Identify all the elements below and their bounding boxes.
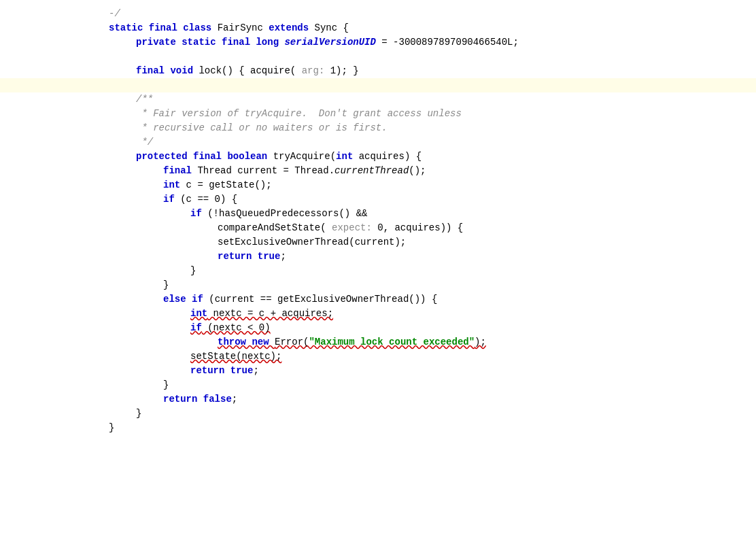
- code-text: (current == getExclusiveOwnerThread()) {: [203, 292, 437, 307]
- param-hint: expect:: [332, 221, 372, 235]
- code-text: 0, acquires)) {: [372, 221, 463, 235]
- code-content: -/ static final class FairSync extends S…: [0, 0, 756, 442]
- keyword: int: [336, 150, 353, 164]
- param-hint: arg:: [302, 64, 325, 78]
- code-text: FairSync: [218, 21, 269, 35]
- keyword: boolean: [227, 150, 273, 164]
- comment-text: * recursive call or no waiters or is fir…: [136, 121, 388, 135]
- code-text: c = getState();: [180, 178, 271, 192]
- code-line: }: [0, 378, 756, 392]
- code-line: return true;: [0, 250, 756, 264]
- code-line-squiggly: setState(nextc);: [0, 349, 756, 364]
- code-line: * recursive call or no waiters or is fir…: [0, 121, 756, 135]
- code-text: setState(nextc);: [190, 351, 281, 362]
- code-text: ();: [409, 164, 426, 178]
- code-text: nextc = c + acquires;: [207, 308, 333, 319]
- keyword: else: [163, 292, 192, 307]
- method-call: currentThread: [334, 164, 409, 178]
- code-text: }: [163, 278, 169, 292]
- keyword: new: [252, 337, 275, 347]
- code-line: private static final long serialVersionU…: [0, 35, 756, 50]
- code-line-squiggly: int nextc = c + acquires;: [0, 307, 756, 321]
- squiggly-underline: if (nextc < 0): [190, 321, 271, 335]
- code-editor: -/ static final class FairSync extends S…: [0, 0, 756, 548]
- code-line: final void lock() { acquire( arg: 1); }: [0, 64, 756, 78]
- keyword: throw: [218, 337, 252, 347]
- code-line: static final class FairSync extends Sync…: [0, 21, 756, 35]
- code-text: (nextc < 0): [202, 322, 271, 333]
- comment-text: -/: [109, 7, 120, 21]
- code-text: setExclusiveOwnerThread(current);: [218, 235, 406, 250]
- squiggly-underline: setState(nextc);: [190, 349, 281, 364]
- code-text: compareAndSetState(: [218, 221, 332, 235]
- keyword: int: [190, 308, 207, 319]
- code-text: = -3000897897090466540L;: [376, 35, 519, 50]
- code-line: final Thread current = Thread.currentThr…: [0, 164, 756, 178]
- code-text: ;: [280, 250, 286, 264]
- code-line: return false;: [0, 392, 756, 407]
- keyword: false: [203, 392, 232, 407]
- code-text: Thread current = Thread.: [197, 164, 334, 178]
- keyword: true: [258, 250, 281, 264]
- code-line: * Fair version of tryAcquire. Don't gran…: [0, 107, 756, 121]
- code-line: /**: [0, 92, 756, 107]
- code-text: );: [475, 337, 486, 347]
- code-text: ;: [253, 364, 258, 378]
- keyword: class: [183, 21, 217, 35]
- code-line: [0, 50, 756, 64]
- keyword: if: [190, 322, 202, 333]
- keyword: final: [193, 150, 227, 164]
- code-text: }: [190, 264, 196, 278]
- keyword: extends: [269, 21, 314, 35]
- code-line-squiggly: throw new Error("Maximum lock count exce…: [0, 335, 756, 349]
- code-text: acquires) {: [353, 150, 422, 164]
- keyword: if: [192, 292, 203, 307]
- comment-text: */: [136, 135, 153, 150]
- code-line: }: [0, 264, 756, 278]
- code-line: if (c == 0) {: [0, 192, 756, 207]
- string-literal: "Maximum lock count exceeded": [309, 337, 475, 347]
- code-line: }: [0, 278, 756, 292]
- code-line: if (!hasQueuedPredecessors() &&: [0, 207, 756, 221]
- keyword: final: [163, 164, 197, 178]
- keyword: protected: [136, 150, 193, 164]
- comment-text: /**: [136, 92, 153, 107]
- comment-text: * Fair version of tryAcquire. Don't gran…: [136, 107, 462, 121]
- code-line: }: [0, 407, 756, 421]
- code-line: int c = getState();: [0, 178, 756, 192]
- code-line: return true;: [0, 364, 756, 378]
- keyword: void: [170, 64, 199, 78]
- code-text: lock() { acquire(: [199, 64, 301, 78]
- keyword: static: [109, 21, 149, 35]
- code-line: compareAndSetState( expect: 0, acquires)…: [0, 221, 756, 235]
- code-text: 1); }: [324, 64, 358, 78]
- keyword: static: [182, 35, 222, 50]
- keyword: return: [163, 392, 203, 407]
- code-text: }: [136, 407, 141, 421]
- code-text: Sync {: [315, 21, 349, 35]
- keyword: if: [163, 192, 175, 207]
- keyword: if: [190, 207, 202, 221]
- code-text: }: [109, 421, 114, 435]
- code-text: (c == 0) {: [175, 192, 237, 207]
- code-text: Error(: [275, 337, 309, 347]
- keyword: int: [163, 178, 180, 192]
- keyword: true: [230, 364, 254, 378]
- code-line: setExclusiveOwnerThread(current);: [0, 235, 756, 250]
- code-line: */: [0, 135, 756, 150]
- code-line: protected final boolean tryAcquire(int a…: [0, 150, 756, 164]
- keyword: final: [136, 64, 170, 78]
- keyword: final: [149, 21, 183, 35]
- code-text: }: [163, 378, 169, 392]
- variable-name: serialVersionUID: [284, 35, 375, 50]
- code-text: ;: [232, 392, 237, 407]
- keyword: long: [256, 35, 284, 50]
- keyword: private: [136, 35, 182, 50]
- code-line: }: [0, 421, 756, 435]
- squiggly-underline: throw new Error("Maximum lock count exce…: [218, 335, 486, 349]
- keyword: return: [218, 250, 258, 264]
- code-line-squiggly: if (nextc < 0): [0, 321, 756, 335]
- code-line-highlighted: [0, 78, 756, 92]
- squiggly-underline: int nextc = c + acquires;: [190, 307, 333, 321]
- code-line: else if (current == getExclusiveOwnerThr…: [0, 292, 756, 307]
